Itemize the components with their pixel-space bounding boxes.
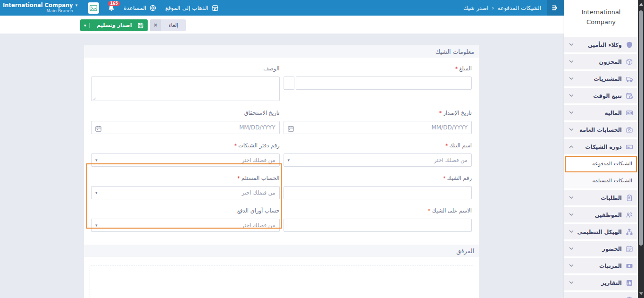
sidebar-item-org-structure[interactable]: الهيكل التنظيمي [564, 224, 638, 239]
notifications-button[interactable]: 165 [108, 4, 115, 12]
topbar: الشيكات المدفوعه ‹ اصدر شيك الذهاب إلى ا… [0, 0, 564, 16]
window-scrollbar[interactable] [638, 0, 644, 298]
due-date-field: تاريخ الاستحقاق [91, 110, 280, 134]
payment-papers-account-select[interactable]: من فضلك اختر ▾ [91, 219, 280, 232]
attachment-title: المرفق [456, 247, 474, 255]
sidebar-subitem-paid-checks[interactable]: الشيكات المدفوعه [564, 156, 638, 171]
cancel-label: إلغاء [161, 19, 186, 31]
org-chart-icon [626, 228, 633, 236]
sidebar-item-employees[interactable]: الموظفين [564, 207, 638, 222]
required-asterisk: * [234, 143, 237, 149]
chevron-down-icon: ▾ [288, 158, 290, 162]
sidebar-item-orders[interactable]: الطلبات [564, 190, 638, 205]
storefront-icon [211, 4, 219, 12]
lifebuoy-icon [149, 4, 157, 12]
name-on-check-field: الاسم على الشيك* [284, 207, 472, 232]
check-info-title: معلومات الشيك [435, 48, 474, 55]
bank-name-select[interactable]: من فضلك اختر ▾ [284, 153, 472, 167]
sidebar-item-reports[interactable]: التقارير [564, 275, 638, 290]
notification-badge: 165 [108, 1, 120, 6]
menu-arrow-icon [552, 4, 560, 12]
issue-date-field: تاريخ الإصدار* [284, 110, 472, 134]
select-placeholder: من فضلك اختر [98, 157, 276, 163]
required-asterisk: * [455, 66, 458, 72]
company-switcher[interactable]: ▾ International Company Main Branch [3, 2, 77, 14]
main-area: الشيكات المدفوعه ‹ اصدر شيك الذهاب إلى ا… [0, 0, 564, 298]
description-field: الوصف [91, 65, 280, 103]
required-asterisk: * [428, 208, 431, 214]
sidebar-toggle-button[interactable] [547, 0, 564, 16]
chevron-down-icon [569, 43, 574, 46]
check-info-card: معلومات الشيك المبلغ* الوصف [84, 45, 479, 246]
goto-site-button[interactable]: الذهاب إلى الموقع [165, 4, 218, 12]
issue-and-deliver-button[interactable]: اصدار وتسليم ▾ [80, 19, 148, 31]
due-date-input[interactable] [91, 121, 280, 134]
checkbook-number-label: رقم دفتر الشيكات* [91, 142, 280, 149]
chevron-down-icon [569, 230, 574, 233]
globe-icon [626, 296, 633, 298]
package-icon [626, 58, 633, 66]
chevron-down-icon: ▾ [95, 190, 98, 195]
sidebar: International Company وكلاء التأمين المخ… [564, 0, 638, 298]
payment-papers-account-field: حساب أوراق الدفع من فضلك اختر ▾ [91, 207, 280, 232]
check-info-header: معلومات الشيك [84, 45, 479, 58]
chevron-down-icon [569, 213, 574, 216]
checkbook-number-select[interactable]: من فضلك اختر ▾ [91, 153, 280, 167]
scroll-up-arrow[interactable] [638, 1, 644, 8]
sidebar-item-general-accounts[interactable]: الحسابات العامة [564, 122, 638, 137]
people-icon [626, 211, 633, 219]
issue-date-input[interactable] [284, 121, 472, 134]
bank-name-label: اسم البنك* [284, 142, 472, 149]
amount-addon-box[interactable] [284, 77, 294, 90]
sidebar-item-check-cycle[interactable]: دورة الشيكات [564, 139, 638, 154]
checkbook-number-field: رقم دفتر الشيكات* من فضلك اختر ▾ [91, 142, 280, 167]
breadcrumb-current: اصدر شيك [463, 5, 488, 11]
help-button[interactable]: المساعدة [124, 4, 157, 12]
bank-name-field: اسم البنك* من فضلك اختر ▾ [284, 142, 472, 167]
select-placeholder: من فضلك اختر [98, 189, 276, 196]
scroll-down-arrow[interactable] [638, 290, 644, 297]
sidebar-item-partial[interactable] [564, 292, 638, 298]
sidebar-item-inventory[interactable]: المخزون [564, 54, 638, 69]
payment-papers-account-label: حساب أوراق الدفع [91, 207, 280, 214]
attachment-header: المرفق [84, 245, 479, 257]
avatar[interactable] [88, 2, 99, 14]
chevron-down-icon: ▾ [95, 158, 98, 162]
action-bar: اصدار وتسليم ▾ إلغاء ✕ [0, 16, 564, 34]
sidebar-item-finance[interactable]: المالية [564, 105, 638, 120]
attachment-card: المرفق افلت الملف هنا او اختر ملف من جها… [84, 245, 479, 298]
sidebar-item-time-tracking[interactable]: تتبع الوقت [564, 88, 638, 103]
sidebar-item-attendance[interactable]: الحضور [564, 241, 638, 256]
sidebar-item-insurance-agents[interactable]: وكلاء التأمين [564, 37, 638, 52]
required-asterisk: * [237, 175, 240, 181]
check-number-label: رقم الشيك* [284, 175, 472, 181]
save-icon [137, 22, 144, 29]
shield-icon [626, 41, 633, 49]
dropdown-caret-icon[interactable]: ▾ [84, 23, 90, 28]
banknote-icon [626, 109, 633, 117]
chevron-down-icon [569, 196, 574, 199]
receiver-account-label: الحساب المستلم* [91, 175, 280, 181]
cancel-button[interactable]: إلغاء ✕ [150, 19, 186, 31]
sidebar-item-salaries[interactable]: المرتبات [564, 258, 638, 273]
breadcrumb-separator: ‹ [492, 4, 494, 11]
name-on-check-input[interactable] [284, 219, 472, 232]
check-number-input[interactable] [284, 186, 472, 199]
company-name: International Company [3, 2, 73, 9]
file-dropzone[interactable]: افلت الملف هنا او اختر ملف من جهازك [90, 265, 473, 298]
receiver-account-select[interactable]: من فضلك اختر ▾ [91, 186, 280, 199]
description-textarea[interactable] [91, 77, 280, 101]
receiver-account-field: الحساب المستلم* من فضلك اختر ▾ [91, 175, 280, 199]
sidebar-item-purchases[interactable]: المشتريات [564, 71, 638, 86]
money-icon [626, 262, 633, 270]
chevron-down-icon: ▾ [75, 3, 78, 8]
scrollbar-thumb[interactable] [639, 10, 643, 246]
calendar-icon [626, 245, 633, 253]
breadcrumb-parent[interactable]: الشيكات المدفوعه [498, 5, 541, 11]
required-asterisk: * [443, 175, 446, 181]
amount-field: المبلغ* [284, 65, 472, 103]
sidebar-subitem-received-checks[interactable]: الشيكات المستلمه [564, 173, 638, 188]
amount-input[interactable] [296, 77, 472, 90]
check-number-field: رقم الشيك* [284, 175, 472, 199]
cash-icon [626, 126, 633, 134]
